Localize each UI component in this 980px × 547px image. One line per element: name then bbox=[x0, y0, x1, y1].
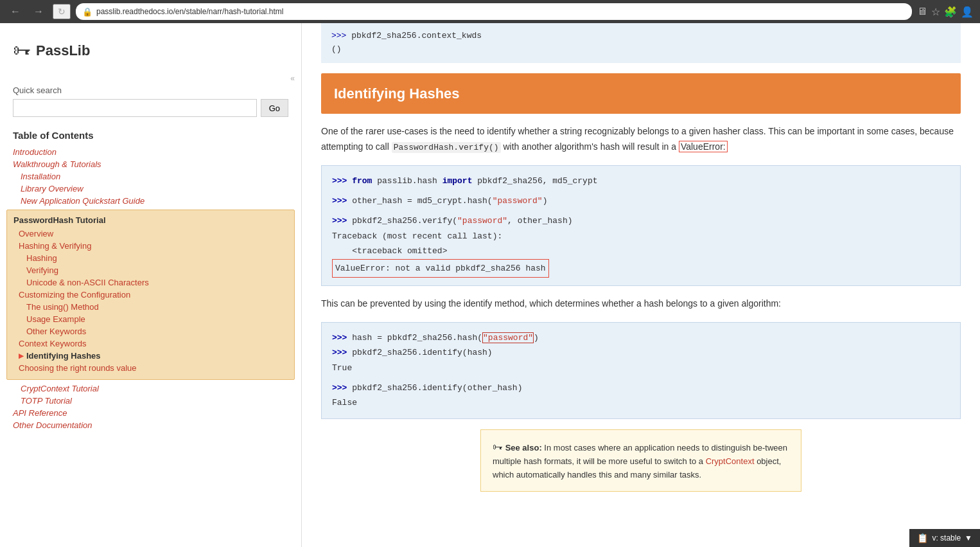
code-passlib-hash: passlib.hash bbox=[372, 176, 442, 186]
sidebar-item-overview[interactable]: Overview bbox=[13, 228, 288, 240]
code-verify-rest: , other_hash) bbox=[507, 216, 572, 226]
code-block-2: >>> hash = pbkdf2_sha256.hash("password"… bbox=[321, 322, 961, 419]
sidebar-item-usage-example[interactable]: Usage Example bbox=[13, 313, 288, 325]
code-traceback: Traceback (most recent call last): bbox=[332, 229, 950, 244]
code-result-false: False bbox=[332, 395, 950, 410]
sidebar-item-cryptcontext[interactable]: CryptContext Tutorial bbox=[0, 382, 301, 395]
extension-icon[interactable]: 🧩 bbox=[944, 6, 957, 18]
sidebar-item-other-docs[interactable]: Other Documentation bbox=[0, 419, 301, 431]
sidebar-logo: 🗝 PassLib bbox=[0, 33, 301, 74]
sidebar-item-totp[interactable]: TOTP Tutorial bbox=[0, 395, 301, 407]
logo-icon: 🗝 bbox=[13, 40, 31, 61]
browser-toolbar: 🖥 ☆ 🧩 👤 bbox=[917, 6, 974, 18]
inline-code-passwordhash: PasswordHash.verify() bbox=[392, 142, 501, 153]
code-hash-close: ) bbox=[534, 333, 539, 343]
code-identify-other: pbkdf2_sha256.identify(other_hash) bbox=[352, 383, 522, 393]
code-line-other-hash: >>> other_hash = md5_crypt.hash("passwor… bbox=[332, 193, 950, 208]
code-top-block: >>> pbkdf2_sha256.context_kwds () bbox=[321, 23, 961, 63]
sidebar-item-quickstart[interactable]: New Application Quickstart Guide bbox=[0, 195, 301, 207]
code-traceback-omitted: <traceback omitted> bbox=[332, 244, 950, 258]
back-button[interactable]: ← bbox=[6, 4, 24, 19]
profile-icon[interactable]: 👤 bbox=[961, 6, 974, 18]
sidebar-item-using-method[interactable]: The using() Method bbox=[13, 301, 288, 313]
code-line-verify: >>> pbkdf2_sha256.verify("password", oth… bbox=[332, 213, 950, 228]
quick-search-label: Quick search bbox=[0, 85, 301, 99]
code-error-line: ValueError: not a valid pbkdf2_sha256 ha… bbox=[332, 259, 950, 278]
url-text: passlib.readthedocs.io/en/stable/narr/ha… bbox=[96, 7, 284, 16]
see-also-box: 🗝 See also: In most cases where an appli… bbox=[480, 429, 801, 492]
blank-line-3 bbox=[332, 375, 950, 381]
paragraph1: One of the rarer use-cases is the need t… bbox=[321, 124, 961, 155]
star-icon[interactable]: ☆ bbox=[931, 6, 940, 18]
code-other-hash: other_hash = md5_crypt.hash( bbox=[352, 196, 492, 206]
logo-text: PassLib bbox=[36, 42, 90, 59]
page-layout: 🗝 PassLib « Quick search Go Table of Con… bbox=[0, 23, 980, 547]
search-row: Go bbox=[0, 99, 301, 127]
refresh-button[interactable]: ↻ bbox=[53, 4, 71, 19]
kw-import: import bbox=[442, 176, 473, 186]
sidebar-item-introduction[interactable]: Introduction bbox=[0, 146, 301, 158]
version-badge-icon: 📋 bbox=[917, 533, 928, 543]
code-block-1: >>> from passlib.hash import pbkdf2_sha2… bbox=[321, 165, 961, 286]
version-dropdown-icon[interactable]: ▼ bbox=[965, 534, 972, 543]
prompt-1: >>> bbox=[332, 176, 352, 186]
active-section-title: PasswordHash Tutorial bbox=[13, 215, 288, 228]
sidebar-item-hashing-verifying[interactable]: Hashing & Verifying bbox=[13, 240, 288, 252]
code-top-line2: () bbox=[331, 43, 950, 57]
lock-icon: 🔒 bbox=[82, 7, 92, 17]
see-also-icon: 🗝 bbox=[493, 442, 503, 453]
sidebar-item-installation[interactable]: Installation bbox=[0, 170, 301, 183]
sidebar-item-other-keywords[interactable]: Other Keywords bbox=[13, 325, 288, 337]
browser-chrome: ← → ↻ 🔒 passlib.readthedocs.io/en/stable… bbox=[0, 0, 980, 23]
sidebar-item-walkthrough[interactable]: Walkthrough & Tutorials bbox=[0, 158, 301, 170]
blank-line-1 bbox=[332, 188, 950, 193]
kw-from: from bbox=[352, 176, 372, 186]
sidebar-item-context-keywords[interactable]: Context Keywords bbox=[13, 337, 288, 350]
code-close-paren: ) bbox=[543, 196, 548, 206]
section-heading: Identifying Hashes bbox=[321, 73, 961, 114]
code-line-identify-other: >>> pbkdf2_sha256.identify(other_hash) bbox=[332, 381, 950, 395]
monitor-icon[interactable]: 🖥 bbox=[917, 6, 927, 17]
code-verify-call: pbkdf2_sha256.verify( bbox=[352, 216, 457, 226]
version-badge-text: v: stable bbox=[932, 534, 961, 543]
sidebar-item-unicode[interactable]: Unicode & non-ASCII Characters bbox=[13, 276, 288, 289]
toc-active-section: PasswordHash Tutorial Overview Hashing &… bbox=[6, 210, 295, 380]
paragraph2: This can be prevented by using the ident… bbox=[321, 296, 961, 312]
sidebar-item-customizing[interactable]: Customizing the Configuration bbox=[13, 289, 288, 301]
code-line-identify-hash: >>> pbkdf2_sha256.identify(hash) bbox=[332, 345, 950, 360]
sidebar: 🗝 PassLib « Quick search Go Table of Con… bbox=[0, 23, 302, 547]
sidebar-item-rounds-value[interactable]: Choosing the right rounds value bbox=[13, 362, 288, 374]
blank-line-2 bbox=[332, 208, 950, 213]
code-string-password-boxed: "password" bbox=[482, 332, 534, 343]
prompt-4: >>> bbox=[332, 333, 352, 343]
valueerror-code-box: ValueError: not a valid pbkdf2_sha256 ha… bbox=[332, 259, 549, 278]
sidebar-collapse-button[interactable]: « bbox=[0, 74, 301, 83]
code-line-hash-assign: >>> hash = pbkdf2_sha256.hash("password"… bbox=[332, 330, 950, 345]
cryptcontext-link[interactable]: CryptContext bbox=[706, 456, 755, 466]
prompt-2: >>> bbox=[332, 196, 352, 206]
code-identify-hash: pbkdf2_sha256.identify(hash) bbox=[352, 348, 492, 357]
valueerror-box: ValueError: bbox=[679, 141, 728, 152]
toc-label: Table of Contents bbox=[0, 127, 301, 146]
code-line-import: >>> from passlib.hash import pbkdf2_sha2… bbox=[332, 174, 950, 188]
go-button[interactable]: Go bbox=[261, 99, 288, 117]
code-hash-assign: hash = pbkdf2_sha256.hash( bbox=[352, 333, 482, 343]
search-input[interactable] bbox=[13, 99, 257, 117]
address-bar[interactable]: 🔒 passlib.readthedocs.io/en/stable/narr/… bbox=[76, 3, 912, 20]
content-area: >>> pbkdf2_sha256.context_kwds () Identi… bbox=[302, 23, 980, 547]
sidebar-item-verifying[interactable]: Verifying bbox=[13, 264, 288, 276]
code-string-password2: "password" bbox=[457, 216, 507, 226]
prompt-3: >>> bbox=[332, 216, 352, 226]
see-also-label: See also: bbox=[505, 443, 542, 453]
sidebar-item-hashing[interactable]: Hashing bbox=[13, 252, 288, 264]
version-badge[interactable]: 📋 v: stable ▼ bbox=[909, 529, 980, 547]
prompt-5: >>> bbox=[332, 348, 352, 357]
sidebar-item-api-reference[interactable]: API Reference bbox=[0, 407, 301, 419]
prompt-6: >>> bbox=[332, 383, 352, 393]
code-top-line1: >>> pbkdf2_sha256.context_kwds bbox=[331, 30, 950, 43]
sidebar-item-library-overview[interactable]: Library Overview bbox=[0, 183, 301, 195]
code-result-true: True bbox=[332, 361, 950, 375]
code-string-password: "password" bbox=[493, 196, 543, 206]
sidebar-item-identifying-hashes[interactable]: Identifying Hashes bbox=[13, 350, 288, 362]
forward-button[interactable]: → bbox=[30, 4, 48, 19]
